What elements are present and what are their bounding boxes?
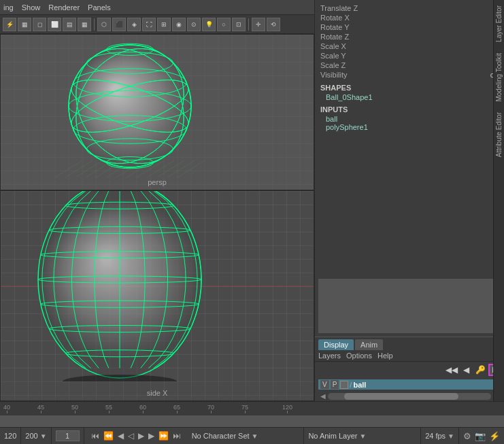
character-set-dropdown[interactable]: ▼ <box>252 432 258 440</box>
inputs-item-ball[interactable]: ball <box>320 115 499 123</box>
character-set-value[interactable]: No Character Set <box>192 432 250 440</box>
go-end-button[interactable]: ⏭ <box>171 431 182 441</box>
play-back-button[interactable]: ◁ <box>127 431 135 441</box>
fps-field[interactable]: 24 fps ▼ <box>421 428 459 444</box>
menu-item-renderer[interactable]: Renderer <box>48 3 80 12</box>
tl-tick-70 <box>211 411 212 413</box>
toolbar-icon-light[interactable]: 💡 <box>202 18 216 31</box>
side-tab-modeling-toolkit[interactable]: Modeling Toolkit <box>494 48 504 107</box>
toolbar-icon-5[interactable]: ▤ <box>63 18 76 31</box>
next-key-button[interactable]: ⏩ <box>157 431 170 441</box>
tl-num-75: 75 <box>241 404 248 411</box>
scale-z-label: Scale Z <box>320 61 346 69</box>
ball-checkbox[interactable] <box>340 381 348 389</box>
play-button[interactable]: ▶ <box>137 431 146 441</box>
next-frame-button[interactable]: ▶ <box>147 431 156 441</box>
toolbar-icon-2[interactable]: ▦ <box>18 18 31 31</box>
current-frame-value[interactable]: 1 <box>56 430 80 441</box>
submenu-layers[interactable]: Layers <box>318 352 341 360</box>
settings-icon[interactable]: ⚙ <box>463 431 471 441</box>
toolbar-icon-13[interactable]: ⟲ <box>267 18 280 31</box>
tl-mark-120: 120 <box>282 404 292 413</box>
inputs-item-polysphere[interactable]: polySphere1 <box>320 123 499 131</box>
submenu-options[interactable]: Options <box>346 352 372 360</box>
character-set-field[interactable]: No Character Set ▼ <box>188 428 305 444</box>
prev-key-button[interactable]: ⏪ <box>102 431 115 441</box>
p-button[interactable]: P <box>331 380 339 389</box>
camera-icon[interactable]: 📷 <box>475 431 486 441</box>
tl-mark-40: 40 <box>3 404 10 413</box>
submenu-help[interactable]: Help <box>377 352 393 360</box>
main-container: ing Show Renderer Panels ⚡ ▦ ◻ ⬜ ▤ ▦ ⬡ ⬛… <box>0 0 504 444</box>
side-tab-layer-editor[interactable]: Layer Editor <box>494 0 504 48</box>
end-frame-dropdown-icon[interactable]: ▼ <box>40 432 47 440</box>
rotate-y-label: Rotate Y <box>320 23 350 31</box>
ch-icon-2[interactable]: ◀ <box>460 364 472 376</box>
side-canvas[interactable] <box>1 191 314 381</box>
anim-layer-dropdown[interactable]: ▼ <box>360 432 367 440</box>
extra-icon[interactable]: ⚡ <box>489 431 500 441</box>
toolbar-icon-1[interactable]: ⚡ <box>3 18 16 31</box>
start-frame-field: 120 <box>0 428 21 444</box>
tab-display[interactable]: Display <box>318 339 354 350</box>
prev-frame-button[interactable]: ◀ <box>116 431 125 441</box>
bottom-bar: 120 200 ▼ 1 ⏮ ⏪ ◀ ◁ ▶ ▶ ⏩ ⏭ No Character… <box>0 427 504 444</box>
tl-num-50: 50 <box>71 404 78 411</box>
tl-tick-45 <box>41 411 41 413</box>
fps-dropdown[interactable]: ▼ <box>448 432 454 440</box>
tl-tick-50 <box>75 411 75 413</box>
toolbar-icon-12[interactable]: ⊙ <box>187 18 201 31</box>
timeline-bar[interactable] <box>0 415 504 427</box>
toolbar-icon-9[interactable]: ⛶ <box>142 18 156 31</box>
toolbar: ⚡ ▦ ◻ ⬜ ▤ ▦ ⬡ ⬛ ◈ ⛶ ⊞ ◉ ⊙ 💡 ○ ⊡ ✛ ⟲ <box>0 15 314 34</box>
menu-item-show[interactable]: Show <box>22 3 41 12</box>
end-frame-field: 200 ▼ <box>21 428 51 444</box>
tab-anim[interactable]: Anim <box>355 339 383 350</box>
toolbar-icon-cam[interactable]: ⊡ <box>232 18 246 31</box>
tl-tick-65 <box>177 411 178 413</box>
viewport-side[interactable]: side X <box>0 190 314 401</box>
v-button[interactable]: V <box>320 380 329 389</box>
menu-item-ing[interactable]: ing <box>3 3 14 12</box>
toolbar-icon-10[interactable]: ⊞ <box>157 18 171 31</box>
scrollbar-thumb[interactable] <box>344 393 458 400</box>
viewport-persp[interactable]: persp <box>0 34 314 190</box>
scroll-left-arrow[interactable]: ◀ <box>318 392 328 400</box>
toolbar-icon-4[interactable]: ⬜ <box>48 18 61 31</box>
rotate-z-label: Rotate Z <box>320 33 349 41</box>
toolbar-icon-3[interactable]: ◻ <box>33 18 46 31</box>
persp-canvas[interactable] <box>1 35 314 190</box>
tl-mark-50: 50 <box>71 404 78 413</box>
tl-mark-45: 45 <box>37 404 44 413</box>
playback-controls: ⏮ ⏪ ◀ ◁ ▶ ▶ ⏩ ⏭ <box>84 431 188 441</box>
start-frame-value[interactable]: 120 <box>4 432 16 440</box>
scale-z-row: Scale Z 1 <box>320 61 499 70</box>
shapes-item[interactable]: Ball_0Shape1 <box>320 93 499 101</box>
ch-icon-1[interactable]: ◀◀ <box>446 364 458 376</box>
end-frame-value[interactable]: 200 <box>25 432 37 440</box>
tl-tick-75 <box>245 411 246 413</box>
toolbar-icon-sphere[interactable]: ○ <box>217 18 231 31</box>
tl-tick-120 <box>287 411 288 413</box>
anim-layer-field[interactable]: No Anim Layer ▼ <box>304 428 421 444</box>
menu-item-panels[interactable]: Panels <box>88 3 111 12</box>
visibility-row: Visibility on <box>320 70 499 80</box>
fps-value[interactable]: 24 fps <box>425 432 446 440</box>
rotate-y-row: Rotate Y 0 <box>320 22 499 32</box>
ball-name-label: ball <box>353 381 499 389</box>
inputs-section-title: INPUTS <box>320 105 499 114</box>
toolbar-icon-11[interactable]: ◉ <box>172 18 186 31</box>
scrollbar-track[interactable] <box>328 393 491 400</box>
toolbar-icon-move[interactable]: ✛ <box>252 18 265 31</box>
go-start-button[interactable]: ⏮ <box>90 431 101 441</box>
anim-layer-value[interactable]: No Anim Layer <box>308 432 357 440</box>
toolbar-icon-8[interactable]: ◈ <box>127 18 141 31</box>
ch-icon-3[interactable]: 🔑 <box>474 364 486 376</box>
attribute-section: Translate Z 0 Rotate X 0 Rotate Y 0 Rota… <box>315 0 504 275</box>
toolbar-icon-7[interactable]: ⬡ <box>97 18 111 31</box>
toolbar-icon-6[interactable]: ▦ <box>78 18 91 31</box>
side-tab-attribute-editor[interactable]: Attribute Editor <box>494 107 504 163</box>
tl-mark-55: 55 <box>105 404 112 413</box>
rotate-z-row: Rotate Z 0 <box>320 32 499 41</box>
toolbar-icon-cube[interactable]: ⬛ <box>112 18 126 31</box>
